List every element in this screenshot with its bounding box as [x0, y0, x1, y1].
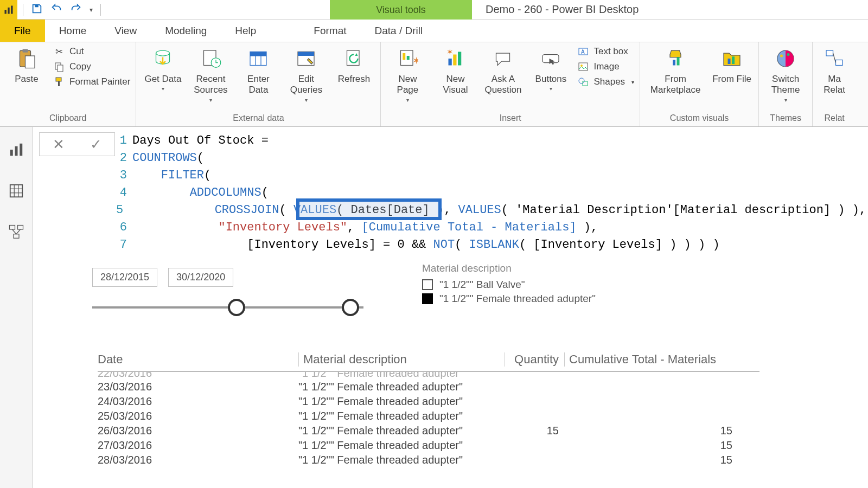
formula-commit-button[interactable]: ✓: [90, 136, 102, 153]
recent-sources-button[interactable]: Recent Sources▾: [189, 44, 232, 103]
edit-queries-icon: [294, 47, 318, 70]
svg-point-11: [156, 50, 170, 56]
cut-button[interactable]: ✂Cut: [53, 46, 130, 57]
group-label-insert: Insert: [386, 111, 634, 126]
group-external-data: Get Data▾ Recent Sources▾ Enter Data Edi…: [136, 42, 381, 126]
svg-rect-6: [25, 56, 35, 68]
slider-handle-end[interactable]: [342, 299, 359, 316]
switch-theme-button[interactable]: Switch Theme▾: [764, 44, 807, 103]
svg-rect-18: [250, 52, 266, 56]
legend-swatch-empty: [422, 279, 433, 290]
tab-help[interactable]: Help: [221, 20, 270, 42]
slider-handle-start[interactable]: [228, 299, 245, 316]
refresh-button[interactable]: Refresh: [333, 44, 375, 85]
table-row[interactable]: 28/03/2016"1 1/2"" Female threaded adupt…: [98, 453, 760, 467]
qat-dropdown-icon[interactable]: ▾: [90, 6, 93, 14]
format-painter-button[interactable]: Format Painter: [53, 76, 130, 88]
relationships-icon: [822, 47, 846, 70]
svg-rect-27: [454, 55, 457, 66]
svg-rect-0: [5, 10, 7, 14]
buttons-button[interactable]: Buttons▾: [529, 44, 572, 92]
edit-queries-button[interactable]: Edit Queries▾: [285, 44, 327, 103]
new-page-icon: ✶: [395, 47, 419, 70]
svg-rect-40: [732, 56, 735, 64]
get-data-button[interactable]: Get Data▾: [142, 44, 184, 92]
recent-sources-icon: [199, 47, 222, 70]
svg-rect-49: [20, 144, 22, 156]
data-view-button[interactable]: [7, 181, 26, 201]
ribbon: Paste ✂Cut Copy Format Painter Clipboard…: [0, 42, 868, 127]
legend-item-0[interactable]: "1 1/2"" Ball Valve": [422, 279, 596, 291]
svg-line-46: [833, 53, 836, 63]
save-icon[interactable]: [31, 3, 43, 16]
table-row[interactable]: 23/03/2016"1 1/2"" Female threaded adupt…: [98, 380, 760, 394]
svg-rect-44: [826, 50, 833, 56]
buttons-icon: [539, 47, 563, 70]
visual-tools-contextual-tab: Visual tools: [330, 0, 472, 20]
svg-rect-38: [677, 57, 680, 66]
tab-view[interactable]: View: [100, 20, 151, 42]
copy-button[interactable]: Copy: [53, 61, 130, 73]
ask-question-icon: [491, 47, 515, 70]
tab-format[interactable]: Format: [299, 20, 360, 42]
paste-button[interactable]: Paste: [5, 44, 48, 85]
svg-point-43: [787, 53, 790, 56]
tab-home[interactable]: Home: [45, 20, 101, 42]
table-row[interactable]: 26/03/2016"1 1/2"" Female threaded adupt…: [98, 423, 760, 438]
data-table[interactable]: Date Material description Quantity Cumul…: [98, 352, 760, 467]
image-button[interactable]: Image: [577, 61, 634, 73]
group-themes: Switch Theme▾ Themes: [759, 42, 813, 126]
formula-controls: ✕ ✓: [39, 132, 115, 156]
ask-question-button[interactable]: Ask A Question: [482, 44, 524, 96]
image-icon: [577, 61, 589, 73]
tab-data-drill[interactable]: Data / Drill: [361, 20, 437, 42]
new-visual-button[interactable]: ✶New Visual: [434, 44, 476, 96]
model-view-button[interactable]: [7, 222, 26, 242]
table-row[interactable]: 22/03/2016"1 1/2"" Female threaded adupt…: [98, 372, 760, 380]
window-title: Demo - 260 - Power BI Desktop: [486, 3, 639, 16]
tab-file[interactable]: File: [0, 20, 45, 42]
svg-rect-57: [14, 234, 19, 239]
svg-rect-1: [8, 7, 9, 14]
svg-rect-36: [583, 81, 588, 86]
slicer-start-date[interactable]: 28/12/2015: [92, 268, 157, 287]
group-label-clipboard: Clipboard: [5, 111, 130, 126]
formula-cancel-button[interactable]: ✕: [53, 136, 65, 153]
group-clipboard: Paste ✂Cut Copy Format Painter Clipboard: [0, 42, 136, 126]
from-file-button[interactable]: From File: [711, 44, 753, 85]
tab-modeling[interactable]: Modeling: [151, 20, 221, 42]
app-icon: [0, 0, 17, 20]
manage-relationships-button[interactable]: Ma Relat: [818, 44, 851, 96]
slicer-end-date[interactable]: 30/12/2020: [168, 268, 233, 287]
from-marketplace-button[interactable]: From Marketplace: [646, 44, 705, 96]
view-rail: [0, 127, 33, 488]
dax-editor[interactable]: 1Days Out Of Stock = 2COUNTROWS( 3 FILTE…: [116, 132, 863, 254]
legend-swatch-filled: [422, 293, 433, 304]
group-label-relat: Relat: [818, 111, 851, 126]
svg-rect-20: [298, 52, 314, 56]
report-view-button[interactable]: [7, 140, 26, 159]
switch-theme-icon: [774, 47, 797, 70]
new-page-button[interactable]: ✶New Page▾: [386, 44, 429, 103]
table-row[interactable]: 27/03/2016"1 1/2"" Female threaded adupt…: [98, 438, 760, 453]
legend-item-1[interactable]: "1 1/2"" Female threaded adupter": [422, 293, 596, 305]
copy-icon: [53, 61, 65, 73]
enter-data-button[interactable]: Enter Data: [237, 44, 279, 96]
format-painter-icon: [53, 76, 65, 88]
svg-rect-37: [673, 60, 675, 66]
enter-data-icon: [246, 47, 270, 70]
redo-icon[interactable]: [70, 3, 82, 16]
undo-icon[interactable]: [50, 3, 62, 16]
svg-rect-33: [579, 63, 588, 70]
date-slider[interactable]: [92, 297, 363, 318]
svg-point-35: [579, 78, 584, 84]
table-row[interactable]: 25/03/2016"1 1/2"" Female threaded adupt…: [98, 409, 760, 423]
text-box-button[interactable]: AText box: [577, 46, 634, 57]
date-slicer[interactable]: 28/12/2015 30/12/2020: [92, 268, 363, 318]
ribbon-tabs: File Home View Modeling Help Format Data…: [0, 20, 868, 42]
svg-text:✶: ✶: [412, 55, 418, 66]
table-row[interactable]: 24/03/2016"1 1/2"" Female threaded adupt…: [98, 394, 760, 409]
shapes-button[interactable]: Shapes▾: [577, 76, 634, 88]
svg-rect-9: [56, 78, 61, 81]
svg-rect-2: [11, 5, 12, 14]
